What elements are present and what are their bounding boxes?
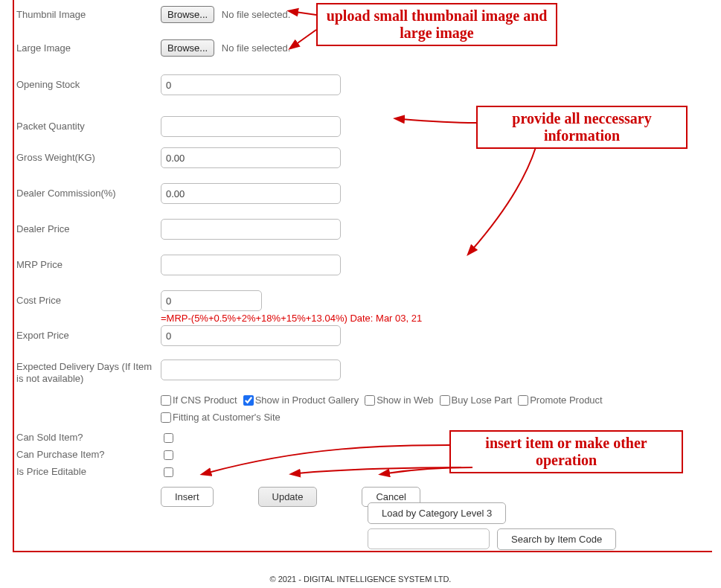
mrp-label: MRP Price [14,259,159,271]
insert-button[interactable]: Insert [161,487,214,507]
price-editable-label: Is Price Editable [14,466,159,478]
buy-lose-label: Buy Lose Part [452,394,513,406]
show-web-label: Show in Web [376,394,433,406]
thumbnail-filename: No file selected. [222,9,291,20]
can-sold-checkbox[interactable] [164,433,173,443]
export-price-label: Export Price [14,330,159,342]
thumbnail-browse-button[interactable]: Browse... [161,6,214,23]
thumbnail-label: Thumbnil Image [14,9,159,21]
promote-label: Promote Product [530,394,603,406]
large-browse-button[interactable]: Browse... [161,39,214,57]
dealer-price-input[interactable] [161,219,341,240]
can-purchase-checkbox[interactable] [164,450,173,460]
gross-weight-label: Gross Weight(KG) [14,152,159,164]
gross-weight-input[interactable] [161,147,341,168]
callout-ops: insert item or make other operation [449,430,683,473]
export-price-input[interactable] [161,325,341,346]
if-cns-label: If CNS Product [173,394,237,406]
show-gallery-label: Show in Product Gallery [255,394,359,406]
packet-qty-input[interactable] [161,116,341,137]
buy-lose-checkbox[interactable]: Buy Lose Part [440,394,513,406]
if-cns-checkbox[interactable]: If CNS Product [161,394,237,406]
fitting-checkbox[interactable]: Fitting at Customer's Site [161,412,281,423]
can-purchase-label: Can Purchase Item? [14,449,159,461]
search-code-button[interactable]: Search by Item Code [497,528,616,550]
search-code-input[interactable] [368,528,490,549]
show-gallery-checkbox[interactable]: Show in Product Gallery [243,394,359,406]
can-sold-label: Can Sold Item? [14,432,159,444]
cost-formula-note: =MRP-(5%+0.5%+2%+18%+15%+13.04%) Date: M… [159,313,422,324]
packet-qty-label: Packet Quantity [14,121,159,132]
expected-days-label: Expected Delivery Days (If Item is not a… [14,359,159,384]
promote-checkbox[interactable]: Promote Product [518,394,603,406]
update-button[interactable]: Update [258,487,318,507]
dealer-commission-input[interactable] [161,183,341,204]
callout-info: provide all neccessary information [476,106,688,149]
large-image-label: Large Image [14,42,159,54]
large-filename: No file selected. [222,42,291,54]
price-editable-checkbox[interactable] [164,467,173,477]
footer-text: © 2021 - DIGITAL INTELLIGENCE SYSTEM LTD… [0,575,721,584]
cost-price-input[interactable] [161,290,262,311]
expected-days-input[interactable] [161,359,341,380]
show-web-checkbox[interactable]: Show in Web [365,394,433,406]
cost-price-label: Cost Price [14,295,159,307]
load-category-button[interactable]: Load by Category Level 3 [368,502,506,524]
callout-upload: upload small thumbnail image and large i… [316,3,557,46]
mrp-input[interactable] [161,255,341,275]
opening-stock-input[interactable] [161,74,341,95]
fitting-label: Fitting at Customer's Site [173,412,281,423]
dealer-price-label: Dealer Price [14,223,159,235]
opening-stock-label: Opening Stock [14,79,159,91]
dealer-commission-label: Dealer Commission(%) [14,188,159,199]
